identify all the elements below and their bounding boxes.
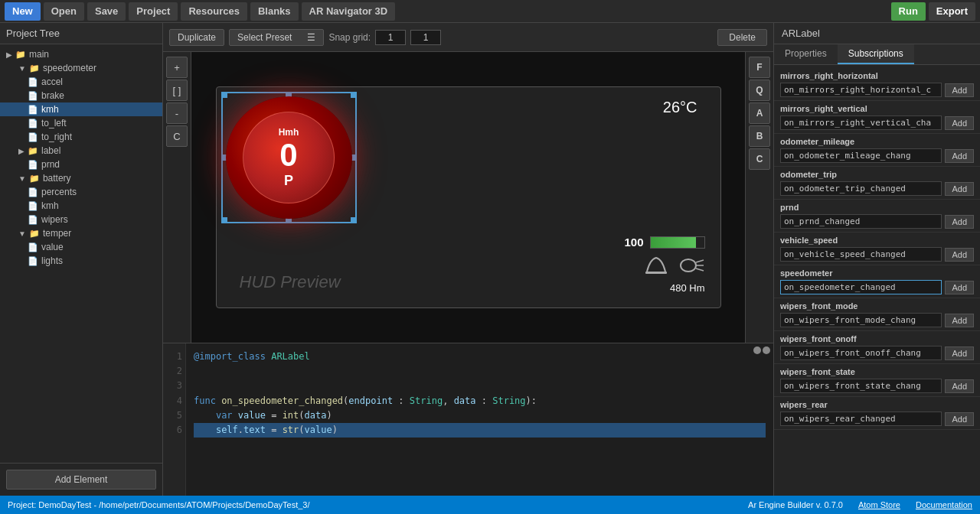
new-button[interactable]: New xyxy=(5,2,41,21)
tree-item-to-right[interactable]: 📄 to_right xyxy=(0,130,162,144)
tree-item-speedometer[interactable]: ▼ 📁 speedometer xyxy=(0,61,162,75)
b-button[interactable]: B xyxy=(749,125,770,147)
snap-label: Snap grid: xyxy=(328,32,371,43)
select-preset-button[interactable]: Select Preset ☰ xyxy=(229,29,324,46)
tree-item-accel[interactable]: 📄 accel xyxy=(0,75,162,89)
zoom-out-button[interactable]: - xyxy=(166,102,188,124)
file-icon: 📄 xyxy=(28,91,38,101)
tree-item-label[interactable]: ▶ 📁 label xyxy=(0,144,162,158)
add-sub-btn-mirrors-horizontal[interactable]: Add xyxy=(945,83,974,97)
add-sub-btn-vehicle-speed[interactable]: Add xyxy=(945,248,974,262)
add-sub-btn-odometer-mileage[interactable]: Add xyxy=(945,149,974,163)
snap-input-1[interactable] xyxy=(375,30,406,45)
sub-input-wipers-onoff[interactable] xyxy=(780,346,942,360)
open-button[interactable]: Open xyxy=(44,2,84,21)
a-button[interactable]: A xyxy=(749,102,770,124)
project-button[interactable]: Project xyxy=(129,2,178,21)
sub-vehicle-speed: vehicle_speed Add xyxy=(774,233,980,265)
c-button[interactable]: C xyxy=(749,148,770,170)
sub-input-mirrors-vertical[interactable] xyxy=(780,115,942,130)
tree-item-temper[interactable]: ▼ 📁 temper xyxy=(0,226,162,240)
add-sub-btn-prnd[interactable]: Add xyxy=(945,215,974,229)
project-tree-title: Project Tree xyxy=(0,23,162,44)
code-content[interactable]: @import_class ARLabel func on_speedomete… xyxy=(186,343,773,496)
tree-item-prnd[interactable]: 📄 prnd xyxy=(0,158,162,171)
sidebar-footer: Add Element xyxy=(0,463,162,496)
add-sub-btn-wipers-mode[interactable]: Add xyxy=(945,314,974,327)
editor-minimize-btn[interactable] xyxy=(753,346,761,354)
add-element-button[interactable]: Add Element xyxy=(6,470,156,490)
save-button[interactable]: Save xyxy=(87,2,126,21)
add-sub-btn-odometer-trip[interactable]: Add xyxy=(945,182,974,196)
folder-icon: 📁 xyxy=(29,63,40,73)
blanks-button[interactable]: Blanks xyxy=(250,2,299,21)
q-button[interactable]: Q xyxy=(749,80,770,101)
add-sub-btn-wipers-rear[interactable]: Add xyxy=(945,412,974,426)
tree-item-main[interactable]: ▶ 📁 main xyxy=(0,47,162,61)
delete-button[interactable]: Delete xyxy=(717,29,767,46)
tab-subscriptions[interactable]: Subscriptions xyxy=(838,44,914,64)
canvas-viewport: 26°C xyxy=(191,52,745,343)
code-line-4: func on_speedometer_changed(endpoint : S… xyxy=(194,394,766,408)
file-icon: 📄 xyxy=(28,256,38,266)
tree-item-wipers[interactable]: 📄 wipers xyxy=(0,213,162,226)
sub-odometer-mileage: odometer_mileage Add xyxy=(774,134,980,167)
sub-input-wipers-state[interactable] xyxy=(780,379,942,393)
sub-input-wipers-rear[interactable] xyxy=(780,412,942,426)
sub-input-mirrors-horizontal[interactable] xyxy=(780,83,942,97)
tree-item-lights[interactable]: 📄 lights xyxy=(0,254,162,268)
documentation-link[interactable]: Documentation xyxy=(916,500,972,509)
file-icon: 📄 xyxy=(28,77,38,87)
snap-input-2[interactable] xyxy=(410,30,441,45)
c-tool-button[interactable]: C xyxy=(166,125,188,147)
sub-mirrors-right-horizontal: mirrors_right_horizontal Add xyxy=(774,68,980,101)
editor-close-btn[interactable] xyxy=(763,346,770,354)
zoom-in-button[interactable]: + xyxy=(166,57,188,78)
add-sub-btn-wipers-onoff[interactable]: Add xyxy=(945,346,974,360)
sub-prnd: prnd Add xyxy=(774,200,980,233)
code-line-5: var value = int(data) xyxy=(194,408,766,423)
speedo-gear: P xyxy=(284,173,293,189)
sub-input-prnd[interactable] xyxy=(780,214,942,229)
resources-button[interactable]: Resources xyxy=(181,2,247,21)
speedometer-widget[interactable]: Hmh 0 P xyxy=(226,96,352,219)
right-panel-title: ARLabel xyxy=(774,23,980,44)
tree-item-value[interactable]: 📄 value xyxy=(0,240,162,254)
bracket-button[interactable]: [ ] xyxy=(166,80,188,101)
sub-input-odometer-mileage[interactable] xyxy=(780,148,942,163)
svg-line-4 xyxy=(696,268,704,271)
tree-item-brake[interactable]: 📄 brake xyxy=(0,89,162,102)
arrow-icon: ▶ xyxy=(6,50,12,59)
add-sub-btn-mirrors-vertical[interactable]: Add xyxy=(945,116,974,130)
sidebar: Project Tree ▶ 📁 main ▼ 📁 speedometer 📄 … xyxy=(0,23,163,496)
code-line-1: @import_class ARLabel xyxy=(194,350,766,364)
sub-input-vehicle-speed[interactable] xyxy=(780,247,942,262)
sub-input-wipers-mode[interactable] xyxy=(780,313,942,327)
duplicate-button[interactable]: Duplicate xyxy=(169,29,224,46)
add-sub-btn-wipers-state[interactable]: Add xyxy=(945,379,974,393)
svg-point-1 xyxy=(681,259,696,272)
version: Ar Engine Builder v. 0.7.0 xyxy=(748,500,843,509)
tree-item-to-left[interactable]: 📄 to_left xyxy=(0,116,162,130)
tree-item-battery[interactable]: ▼ 📁 battery xyxy=(0,171,162,185)
sub-input-odometer-trip[interactable] xyxy=(780,181,942,196)
file-icon: 📄 xyxy=(28,201,38,211)
status-bar: Project: DemoDayTest - /home/petr/Docume… xyxy=(0,496,980,514)
sub-speedometer: speedometer Add xyxy=(774,265,980,298)
add-sub-btn-speedometer[interactable]: Add xyxy=(945,281,974,294)
sub-input-speedometer[interactable] xyxy=(780,280,942,294)
ar-navigator-button[interactable]: AR Navigator 3D xyxy=(302,2,396,21)
run-button[interactable]: Run xyxy=(891,2,926,21)
tree-item-kmh2[interactable]: 📄 kmh xyxy=(0,199,162,213)
tree-item-kmh[interactable]: 📄 kmh xyxy=(0,102,162,116)
f-button[interactable]: F xyxy=(749,57,770,78)
file-icon: 📄 xyxy=(28,215,38,225)
hud-preview-container: 26°C xyxy=(191,52,745,343)
export-button[interactable]: Export xyxy=(929,2,975,21)
atom-store-link[interactable]: Atom Store xyxy=(858,500,900,509)
tree-item-percents[interactable]: 📄 percents xyxy=(0,185,162,199)
tab-properties[interactable]: Properties xyxy=(774,44,838,64)
project-tree: ▶ 📁 main ▼ 📁 speedometer 📄 accel 📄 brake xyxy=(0,44,162,463)
arrow-icon: ▼ xyxy=(18,174,26,183)
battery-km: 480 Hm xyxy=(670,282,705,294)
